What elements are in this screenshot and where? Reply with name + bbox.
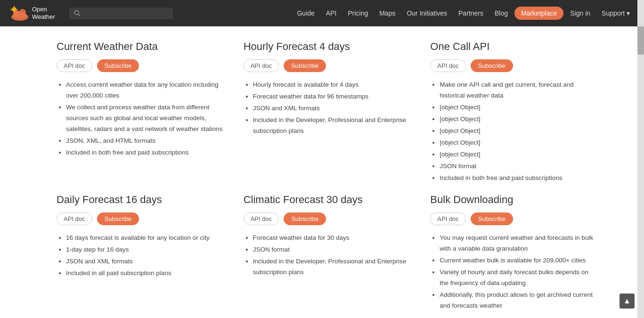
subscribe-button-daily-forecast-16[interactable]: Subscribe — [97, 212, 139, 225]
logo[interactable]: OpenWeather — [9, 4, 55, 23]
list-item: We collect and process weather data from… — [66, 102, 225, 135]
list-item: [object Object] — [440, 114, 598, 125]
nav-maps[interactable]: Maps — [375, 7, 400, 20]
list-item: Variety of hourly and daily forecast bul… — [440, 267, 598, 289]
subscribe-button-climatic-forecast-30[interactable]: Subscribe — [284, 212, 326, 225]
api-doc-button-bulk-downloading[interactable]: API doc — [430, 212, 466, 225]
nav-our-initiatives[interactable]: Our Initiatives — [402, 7, 452, 20]
list-item: JSON and XML formats — [253, 103, 412, 114]
list-item: 1-day step for 16 days — [66, 245, 225, 255]
card-hourly-forecast-4: Hourly Forecast 4 daysAPI docSubscribeHo… — [244, 41, 412, 184]
card-bulk-downloading: Bulk DownloadingAPI docSubscribeYou may … — [430, 194, 598, 312]
card-climatic-forecast-30: Climatic Forecast 30 daysAPI docSubscrib… — [244, 194, 412, 312]
nav-api[interactable]: API — [321, 7, 342, 20]
card-buttons-current-weather: API docSubscribe — [57, 59, 225, 72]
navbar: OpenWeather Guide API Pricing Maps Our I… — [0, 0, 644, 26]
card-title-current-weather: Current Weather Data — [57, 41, 225, 53]
nav-marketplace[interactable]: Marketplace — [514, 7, 563, 20]
api-doc-button-one-call-api[interactable]: API doc — [430, 59, 466, 72]
nav-links: Guide API Pricing Maps Our Initiatives P… — [292, 7, 635, 20]
card-title-one-call-api: One Call API — [430, 41, 598, 53]
card-list-climatic-forecast-30: Forecast weather data for 30 daysJSON fo… — [244, 233, 412, 278]
list-item: [object Object] — [440, 138, 598, 148]
list-item: JSON and XML formats — [66, 256, 225, 267]
nav-partners[interactable]: Partners — [454, 7, 488, 20]
list-item: Included in the Developer, Professional … — [253, 115, 412, 137]
search-bar — [69, 8, 173, 19]
cards-grid: Current Weather DataAPI docSubscribeAcce… — [57, 41, 598, 312]
list-item: JSON, XML, and HTML formats — [66, 136, 225, 147]
subscribe-button-bulk-downloading[interactable]: Subscribe — [471, 212, 513, 225]
logo-text: OpenWeather — [32, 6, 55, 20]
card-buttons-daily-forecast-16: API docSubscribe — [57, 212, 225, 225]
subscribe-button-one-call-api[interactable]: Subscribe — [471, 59, 513, 72]
nav-guide[interactable]: Guide — [292, 7, 319, 20]
list-item: Access current weather data for any loca… — [66, 80, 225, 101]
svg-point-4 — [12, 7, 16, 12]
card-one-call-api: One Call APIAPI docSubscribeMake one API… — [430, 41, 598, 184]
scrollbar[interactable] — [637, 0, 644, 318]
svg-line-10 — [78, 14, 80, 16]
list-item: Included in both free and paid subscript… — [440, 173, 598, 184]
card-list-current-weather: Access current weather data for any loca… — [57, 80, 225, 158]
list-item: Make one API call and get current, forec… — [440, 80, 598, 101]
list-item: You may request current weather and fore… — [440, 233, 598, 254]
nav-pricing[interactable]: Pricing — [343, 7, 373, 20]
list-item: Current weather bulk is available for 20… — [440, 255, 598, 266]
card-title-hourly-forecast-4: Hourly Forecast 4 days — [244, 41, 412, 53]
list-item: Hourly forecast is available for 4 days — [253, 80, 412, 90]
svg-point-9 — [74, 10, 79, 15]
card-title-daily-forecast-16: Daily Forecast 16 days — [57, 194, 225, 206]
card-list-hourly-forecast-4: Hourly forecast is available for 4 daysF… — [244, 80, 412, 137]
nav-sign-in[interactable]: Sign in — [565, 7, 595, 20]
list-item: Included in all paid subscription plans — [66, 268, 225, 279]
list-item: Forecast weather data for 30 days — [253, 233, 412, 244]
nav-support[interactable]: Support ▾ — [597, 7, 635, 20]
card-buttons-climatic-forecast-30: API docSubscribe — [244, 212, 412, 225]
card-buttons-bulk-downloading: API docSubscribe — [430, 212, 598, 225]
card-buttons-hourly-forecast-4: API docSubscribe — [244, 59, 412, 72]
list-item: 16 days forecast is available for any lo… — [66, 233, 225, 244]
list-item: Included in both free and paid subscript… — [66, 147, 225, 158]
card-title-climatic-forecast-30: Climatic Forecast 30 days — [244, 194, 412, 206]
card-current-weather: Current Weather DataAPI docSubscribeAcce… — [57, 41, 225, 184]
nav-blog[interactable]: Blog — [490, 7, 513, 20]
card-list-one-call-api: Make one API call and get current, forec… — [430, 80, 598, 183]
subscribe-button-hourly-forecast-4[interactable]: Subscribe — [284, 59, 326, 72]
api-doc-button-current-weather[interactable]: API doc — [57, 59, 92, 72]
api-doc-button-hourly-forecast-4[interactable]: API doc — [244, 59, 279, 72]
card-daily-forecast-16: Daily Forecast 16 daysAPI docSubscribe16… — [57, 194, 225, 312]
list-item: [object Object] — [440, 102, 598, 113]
main-content: Current Weather DataAPI docSubscribeAcce… — [0, 26, 636, 318]
search-input[interactable] — [83, 10, 168, 17]
list-item: [object Object] — [440, 149, 598, 160]
list-item: Forecast weather data for 96 timestamps — [253, 91, 412, 102]
search-icon — [74, 10, 81, 16]
card-buttons-one-call-api: API docSubscribe — [430, 59, 598, 72]
api-doc-button-daily-forecast-16[interactable]: API doc — [57, 212, 92, 225]
card-list-daily-forecast-16: 16 days forecast is available for any lo… — [57, 233, 225, 279]
svg-point-3 — [19, 9, 26, 16]
list-item: JSON format — [440, 161, 598, 172]
list-item: JSON format — [253, 245, 412, 255]
list-item: [object Object] — [440, 126, 598, 137]
api-doc-button-climatic-forecast-30[interactable]: API doc — [244, 212, 279, 225]
scrollbar-thumb[interactable] — [637, 26, 644, 55]
list-item: Included in the Developer, Professional … — [253, 256, 412, 278]
scroll-up-button[interactable]: ▲ — [620, 294, 635, 309]
subscribe-button-current-weather[interactable]: Subscribe — [97, 59, 139, 72]
card-title-bulk-downloading: Bulk Downloading — [430, 194, 598, 206]
card-list-bulk-downloading: You may request current weather and fore… — [430, 233, 598, 311]
list-item: Additionally, this product allows to get… — [440, 290, 598, 311]
